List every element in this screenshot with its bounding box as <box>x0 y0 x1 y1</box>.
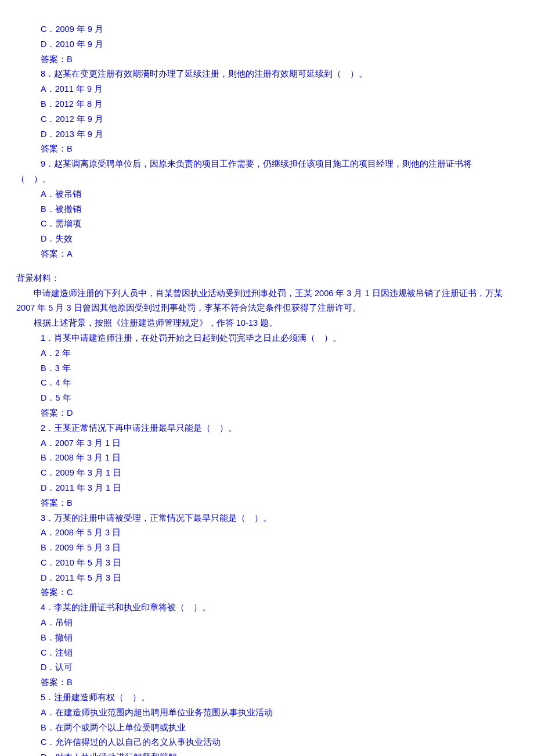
q4-option-c: C．注销 <box>16 646 518 661</box>
bg-text: 根据上述背景，按照《注册建造师管理规定》，作答 <box>16 318 236 327</box>
q3-answer: 答案：C <box>16 585 518 600</box>
q2-option-d: D．2011 年 3 月 1 日 <box>16 481 518 496</box>
bg-text: 月 <box>53 303 66 312</box>
q9-option-b: B．被撤销 <box>16 202 518 217</box>
q9-option-a: A．被吊销 <box>16 187 518 202</box>
bg-num: 1 <box>365 289 370 298</box>
q5-stem: 5．注册建造师有权（ ）。 <box>16 690 518 705</box>
q3-option-c: C．2010 年 5 月 3 日 <box>16 556 518 571</box>
q4-option-d: D．认可 <box>16 660 518 675</box>
q2-answer: 答案：B <box>16 496 518 511</box>
q3-option-b: B．2009 年 5 月 3 日 <box>16 541 518 556</box>
bg-text: 年 <box>333 289 347 298</box>
bg-text: 申请建造师注册的下列人员中，肖某曾因执业活动受到过刑事处罚，王某 <box>16 289 315 298</box>
q1-option-c: C．4 年 <box>16 376 518 391</box>
q4-option-b: B．撤销 <box>16 631 518 646</box>
bg-text: 题。 <box>258 318 277 327</box>
q5-option-c: C．允许信得过的人以自己的名义从事执业活动 <box>16 735 518 750</box>
q2-option-a: A．2007 年 3 月 1 日 <box>16 436 518 451</box>
q5-option-a: A．在建造师执业范围内超出聘用单位业务范围从事执业活动 <box>16 705 518 721</box>
q2-option-b: B．2008 年 3 月 1 日 <box>16 451 518 466</box>
q5-option-d: D．对本人执业活动进行解释和辩解 <box>16 750 518 756</box>
q7-option-d: D．2010 年 9 月 <box>16 37 518 52</box>
background-title: 背景材料： <box>16 271 518 286</box>
q9-stem-line1: 9．赵某调离原受聘单位后，因原来负责的项目工作需要，仍继续担任该项目施工的项目经… <box>16 157 518 172</box>
q5-option-b: B．在两个或两个以上单位受聘或执业 <box>16 721 518 736</box>
q8-option-d: D．2013 年 9 月 <box>16 127 518 142</box>
q1-stem: 1．肖某申请建造师注册，在处罚开始之日起到处罚完毕之日止必须满（ ）。 <box>16 331 518 346</box>
bg-num: 2007 <box>16 303 35 312</box>
q7-option-c: C．2009 年 9 月 <box>16 22 518 37</box>
q2-stem: 2．王某正常情况下再申请注册最早只能是（ ）。 <box>16 421 518 436</box>
q1-answer: 答案：D <box>16 406 518 421</box>
bg-num: 2006 <box>315 289 333 298</box>
q1-option-b: B．3 年 <box>16 361 518 376</box>
q8-option-b: B．2012 年 8 月 <box>16 97 518 112</box>
bg-text: 年 <box>35 303 48 312</box>
q8-option-a: A．2011 年 9 月 <box>16 82 518 97</box>
q9-answer: 答案：A <box>16 247 518 262</box>
background-para-1: 申请建造师注册的下列人员中，肖某曾因执业活动受到过刑事处罚，王某 2006 年 … <box>16 286 518 316</box>
bg-text: 日曾因其他原因受到过刑事处罚，李某不符合法定条件但获得了注册许可。 <box>71 303 361 312</box>
q1-option-d: D．5 年 <box>16 391 518 406</box>
q4-stem: 4．李某的注册证书和执业印章将被（ ）。 <box>16 600 518 615</box>
bg-num: 3 <box>66 303 71 312</box>
q4-option-a: A．吊销 <box>16 615 518 631</box>
q8-answer: 答案：B <box>16 142 518 157</box>
q9-option-d: D．失效 <box>16 232 518 247</box>
q1-option-a: A．2 年 <box>16 346 518 361</box>
q3-stem: 3．万某的注册申请被受理，正常情况下最早只能是（ ）。 <box>16 511 518 526</box>
q8-stem: 8．赵某在变更注册有效期满时办理了延续注册，则他的注册有效期可延续到（ ）。 <box>16 67 518 82</box>
q8-option-c: C．2012 年 9 月 <box>16 112 518 127</box>
q4-answer: 答案：B <box>16 675 518 690</box>
q3-option-a: A．2008 年 5 月 3 日 <box>16 525 518 541</box>
background-para-2: 根据上述背景，按照《注册建造师管理规定》，作答 10-13 题。 <box>16 316 518 331</box>
q3-option-d: D．2011 年 5 月 3 日 <box>16 571 518 586</box>
q9-option-c: C．需增项 <box>16 217 518 232</box>
q2-option-c: C．2009 年 3 月 1 日 <box>16 466 518 481</box>
q9-stem-line2: （ ）。 <box>16 172 518 187</box>
bg-num: 10-13 <box>236 318 258 327</box>
bg-text: 日因违规被吊销了注册证书，万某 <box>370 289 505 298</box>
bg-text: 月 <box>351 289 365 298</box>
q7-answer: 答案：B <box>16 52 518 67</box>
